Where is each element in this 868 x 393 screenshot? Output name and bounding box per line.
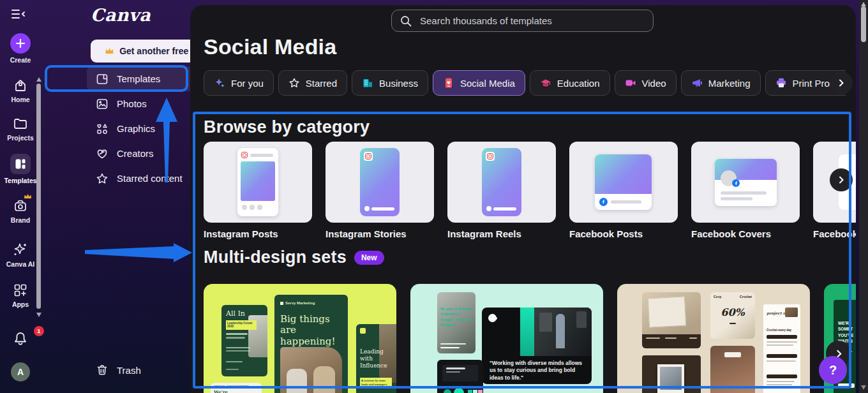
- facebook-icon: [599, 198, 608, 206]
- chip-business[interactable]: Business: [352, 70, 428, 96]
- chip-label: Starred: [306, 78, 337, 89]
- rail-label: Create: [0, 56, 41, 64]
- chip-for-you[interactable]: For you: [204, 70, 274, 96]
- decor: [360, 328, 366, 334]
- chip-video[interactable]: Video: [615, 70, 677, 96]
- category-card-facebook-partial[interactable]: Facebook: [813, 142, 856, 239]
- decor: [730, 323, 736, 324]
- thumb-text: SOMET: [838, 326, 853, 332]
- card-thumbnail: [691, 142, 800, 223]
- apps-grid-icon: [0, 283, 41, 298]
- avatar: A: [11, 362, 30, 382]
- card-label: Facebook Posts: [569, 228, 678, 239]
- design-set-marketing[interactable]: All In Leadership Forum 2030 Servy Marke…: [204, 284, 396, 393]
- crown-icon: [105, 47, 114, 55]
- templates-icon: [96, 73, 108, 85]
- rail-label: Apps: [0, 300, 41, 308]
- thumb-text: A seminar for team leads and managers: [360, 378, 392, 388]
- card-thumbnail: [447, 142, 556, 223]
- category-card-facebook-posts[interactable]: Facebook Posts: [569, 142, 678, 239]
- new-badge: New: [354, 251, 384, 265]
- decor: [250, 205, 255, 210]
- side-panel: Canva Get another free trial Templates P…: [41, 0, 190, 393]
- decor: [440, 343, 466, 345]
- star-icon: [288, 77, 300, 89]
- decor: [241, 152, 273, 158]
- template-thumbnail: [437, 360, 483, 393]
- chip-marketing[interactable]: Marketing: [681, 70, 761, 96]
- sidebar-item-templates[interactable]: Templates: [0, 154, 41, 184]
- notifications-button[interactable]: 1: [0, 330, 41, 352]
- template-thumbnail: STYLE ICON: [710, 346, 755, 393]
- template-thumbnail: [642, 355, 701, 393]
- sidebar-item-brand[interactable]: Brand: [0, 198, 41, 224]
- sidebar-item-create[interactable]: Create: [0, 33, 41, 64]
- help-button[interactable]: ?: [819, 356, 847, 384]
- category-card-instagram-posts[interactable]: Instagram Posts: [204, 142, 312, 239]
- sets-row: All In Leadership Forum 2030 Servy Marke…: [204, 284, 856, 393]
- instagram-icon: [364, 152, 373, 161]
- search-bar[interactable]: [391, 10, 654, 32]
- card-thumbnail: [569, 142, 678, 223]
- template-thumbnail: Leading with Influence A seminar for tea…: [356, 324, 396, 393]
- search-input[interactable]: [419, 15, 645, 27]
- thumb-text: Leadership Forum 2030: [226, 320, 257, 330]
- chip-starred[interactable]: Starred: [278, 70, 347, 96]
- category-card-instagram-stories[interactable]: Instagram Stories: [326, 142, 434, 239]
- thumb-text: Servy Marketing: [285, 301, 315, 305]
- decor: [595, 154, 652, 194]
- category-card-facebook-covers[interactable]: Facebook Covers: [691, 142, 800, 239]
- canva-logo: Canva: [91, 5, 151, 25]
- account-avatar[interactable]: A: [0, 362, 41, 382]
- category-card-instagram-reels[interactable]: Instagram Reels: [447, 142, 556, 239]
- graduation-cap-icon: [540, 77, 551, 89]
- chip-label: Video: [642, 78, 666, 89]
- browse-carousel-next-button[interactable]: [830, 168, 853, 191]
- sets-heading-row: Multi-design sets New: [204, 248, 384, 267]
- design-set-creative-collective[interactable]: Be part of Creative Collective's Design …: [410, 284, 603, 393]
- scrollbar-up-arrow[interactable]: [861, 2, 866, 6]
- chips-scroll-right-button[interactable]: [830, 71, 853, 94]
- decor: [280, 302, 283, 305]
- decor: [226, 337, 245, 339]
- chip-education[interactable]: Education: [530, 70, 610, 96]
- megaphone-icon: [691, 77, 703, 89]
- menu-label: Templates: [117, 73, 160, 84]
- sidebar-collapse-icon[interactable]: [10, 8, 27, 20]
- sidebar-item-canva-ai[interactable]: Canva AI: [0, 241, 41, 268]
- folder-icon: [0, 116, 41, 131]
- page-title: Social Media: [204, 34, 336, 59]
- sidebar-item-home[interactable]: Home: [0, 78, 41, 103]
- decor: [440, 347, 460, 349]
- decor: Servy Marketing: [280, 301, 315, 305]
- help-label: ?: [829, 363, 837, 378]
- card-thumbnail: [204, 142, 312, 223]
- search-icon: [400, 15, 412, 27]
- card-thumbnail: [326, 142, 434, 223]
- star-icon: [96, 172, 108, 185]
- menu-label: Photos: [117, 98, 147, 109]
- decor: [486, 206, 491, 211]
- template-thumbnail: "Working with diverse minds allows us to…: [482, 308, 592, 384]
- page-scrollbar-thumb[interactable]: [861, 6, 866, 42]
- rail-label: Templates: [0, 177, 41, 184]
- page-scrollbar[interactable]: [859, 0, 868, 393]
- template-thumbnail: Servy Marketing Big things are happening…: [274, 295, 348, 393]
- decor: [665, 337, 677, 339]
- scrollbar-down-arrow[interactable]: [861, 385, 866, 390]
- decor: [371, 207, 394, 211]
- bell-icon: 1: [10, 330, 31, 348]
- chip-social-media[interactable]: Social Media: [433, 70, 525, 96]
- design-set-crochet[interactable]: Cosy Crochet 60% project notes Crochet e…: [617, 284, 810, 393]
- decor: [660, 367, 682, 390]
- rail-scrollbar-thumb[interactable]: [36, 84, 41, 309]
- thumb-text: Cosy: [714, 295, 721, 299]
- menu-label: Graphics: [117, 123, 155, 134]
- menu-label: Starred content: [117, 173, 183, 184]
- sidebar-item-projects[interactable]: Projects: [0, 116, 41, 142]
- sidebar-item-apps[interactable]: Apps: [0, 283, 41, 308]
- color-chip: [468, 390, 472, 393]
- decor: [226, 361, 243, 362]
- reel-mockup: [482, 148, 521, 216]
- photo-placeholder: [785, 308, 798, 317]
